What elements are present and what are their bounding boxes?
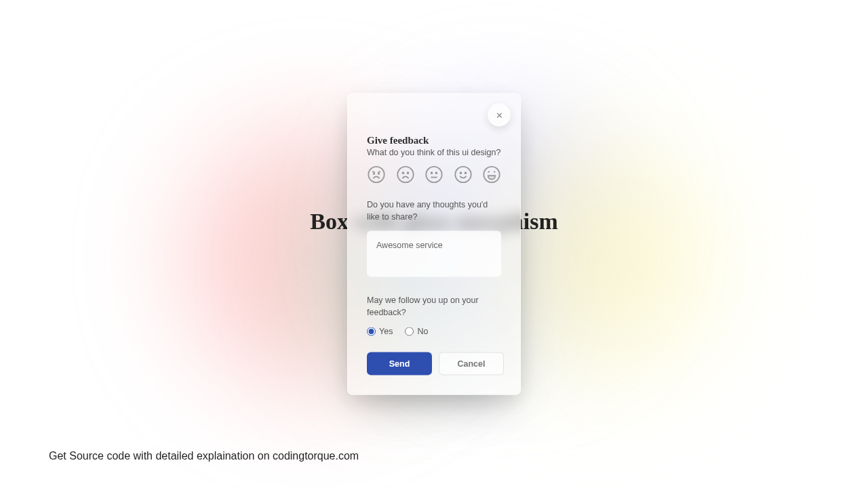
svg-point-13	[484, 167, 499, 182]
meh-face-icon[interactable]	[425, 165, 443, 184]
laugh-face-icon[interactable]	[482, 165, 501, 184]
svg-point-5	[407, 172, 408, 174]
radio-yes-input[interactable]	[367, 327, 376, 336]
svg-point-1	[374, 174, 374, 174]
svg-point-3	[397, 167, 413, 182]
svg-point-6	[426, 167, 441, 182]
followup-question: May we follow you up on your feedback?	[367, 295, 501, 319]
modal-subtitle: What do you think of this ui design?	[367, 148, 501, 157]
svg-point-4	[402, 172, 403, 174]
button-row: Send Cancel	[367, 352, 501, 375]
frown-face-icon[interactable]	[396, 165, 415, 184]
feedback-modal: ✕ Give feedback What do you think of thi…	[347, 94, 521, 395]
close-icon: ✕	[496, 110, 503, 120]
radio-no-input[interactable]	[405, 327, 414, 336]
radio-no[interactable]: No	[405, 327, 428, 336]
followup-radios: Yes No	[367, 327, 501, 336]
svg-point-10	[455, 167, 471, 182]
svg-point-0	[368, 167, 384, 182]
emoji-rating-row	[367, 165, 501, 184]
cancel-button[interactable]: Cancel	[439, 352, 504, 375]
radio-yes[interactable]: Yes	[367, 327, 393, 336]
svg-point-8	[436, 172, 437, 174]
angry-face-icon[interactable]	[367, 165, 386, 184]
radio-yes-label: Yes	[379, 327, 393, 336]
svg-point-2	[378, 174, 379, 174]
svg-point-12	[465, 172, 466, 174]
svg-point-7	[431, 172, 433, 174]
radio-no-label: No	[417, 327, 428, 336]
thoughts-question: Do you have any thoughts you'd like to s…	[367, 199, 501, 223]
send-button[interactable]: Send	[367, 352, 432, 375]
close-button[interactable]: ✕	[488, 104, 511, 127]
thoughts-input[interactable]	[367, 231, 501, 277]
svg-point-11	[460, 172, 461, 174]
modal-title: Give feedback	[367, 135, 501, 146]
footer-text: Get Source code with detailed explainati…	[49, 450, 359, 462]
smile-face-icon[interactable]	[454, 165, 473, 184]
